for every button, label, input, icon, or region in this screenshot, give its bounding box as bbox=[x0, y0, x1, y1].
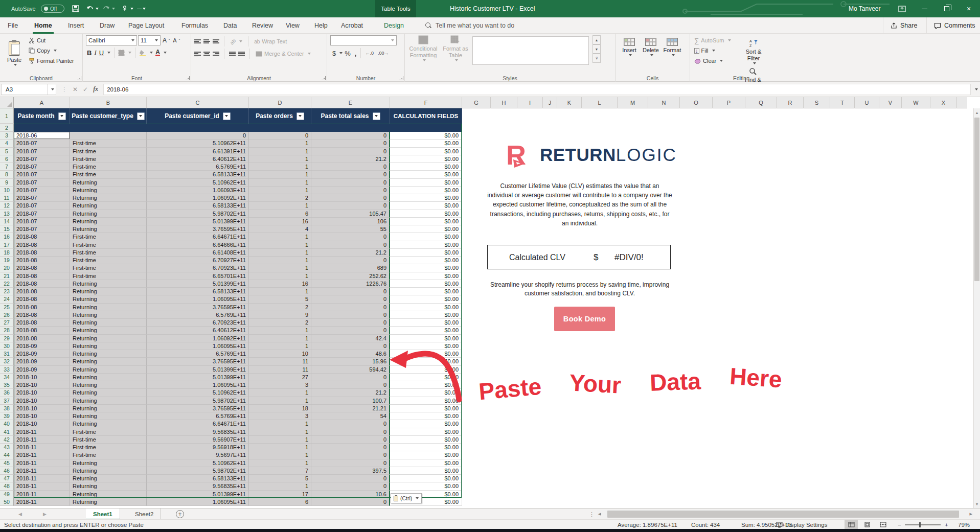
column-letter-U[interactable]: U bbox=[855, 97, 879, 108]
cell-F15[interactable]: $0.00 bbox=[390, 225, 462, 233]
align-right-icon[interactable] bbox=[213, 51, 219, 57]
formula-input[interactable]: 2018-06 bbox=[103, 84, 971, 95]
row-header-6[interactable]: 6 bbox=[0, 155, 14, 163]
font-color-button[interactable]: A bbox=[154, 48, 168, 58]
zoom-slider[interactable] bbox=[905, 520, 941, 529]
tab-data[interactable]: Data bbox=[222, 17, 238, 34]
redo-button[interactable] bbox=[102, 0, 115, 17]
cell-C6[interactable]: 6.40612E+11 bbox=[147, 155, 249, 163]
horizontal-scrollbar[interactable]: ◀ ▶ bbox=[597, 510, 973, 518]
column-letter-X[interactable]: X bbox=[930, 97, 957, 108]
cell-A10[interactable]: 2018-07 bbox=[14, 187, 70, 194]
tab-help[interactable]: Help bbox=[313, 17, 329, 34]
align-top-icon[interactable] bbox=[194, 39, 201, 44]
vertical-scroll-thumb[interactable] bbox=[974, 118, 979, 281]
cell-C50[interactable]: 1.06095E+11 bbox=[147, 498, 249, 506]
cell-D14[interactable]: 16 bbox=[249, 218, 311, 225]
cell-C26[interactable]: 6.5769E+11 bbox=[147, 311, 249, 319]
row-header-22[interactable]: 22 bbox=[0, 280, 14, 288]
cell-A5[interactable]: 2018-07 bbox=[14, 148, 70, 155]
cell-F8[interactable]: $0.00 bbox=[390, 171, 462, 178]
cell-E12[interactable]: 0 bbox=[311, 202, 390, 210]
cell-F16[interactable]: $0.00 bbox=[390, 233, 462, 241]
number-format-select[interactable] bbox=[330, 35, 397, 45]
cell-F21[interactable]: $0.00 bbox=[390, 272, 462, 280]
cell-A3[interactable]: 2018-06 bbox=[14, 132, 70, 140]
increase-font-button[interactable]: Aˆ bbox=[162, 35, 171, 45]
column-letter-Y[interactable]: Y bbox=[957, 97, 967, 108]
cell-A9[interactable]: 2018-07 bbox=[14, 179, 70, 187]
cell-E18[interactable]: 21.2 bbox=[311, 249, 390, 257]
cell-A6[interactable]: 2018-07 bbox=[14, 155, 70, 163]
cell-B43[interactable]: First-time bbox=[70, 444, 147, 451]
cell-B36[interactable]: Returning bbox=[70, 389, 147, 397]
cell-C35[interactable]: 1.06095E+11 bbox=[147, 381, 249, 389]
cell-C46[interactable]: 5.98702E+11 bbox=[147, 467, 249, 475]
cell-B33[interactable]: Returning bbox=[70, 366, 147, 374]
filter-button[interactable] bbox=[373, 112, 380, 120]
book-demo-button[interactable]: Book Demo bbox=[554, 307, 615, 331]
cell-B42[interactable]: First-time bbox=[70, 436, 147, 444]
cell-D32[interactable]: 11 bbox=[249, 358, 311, 365]
row-header-16[interactable]: 16 bbox=[0, 233, 14, 241]
cell-C14[interactable]: 5.01399E+11 bbox=[147, 218, 249, 225]
cell-B14[interactable]: Returning bbox=[70, 218, 147, 225]
name-box[interactable]: A3 bbox=[1, 84, 48, 95]
column-letter-M[interactable]: M bbox=[618, 97, 648, 108]
horizontal-scroll-thumb[interactable] bbox=[607, 511, 959, 518]
cell-D11[interactable]: 2 bbox=[249, 194, 311, 202]
cell-E15[interactable]: 55 bbox=[311, 225, 390, 233]
cell-E9[interactable]: 0 bbox=[311, 179, 390, 187]
cell-F23[interactable]: $0.00 bbox=[390, 288, 462, 295]
row-header-25[interactable]: 25 bbox=[0, 304, 14, 311]
cell-B22[interactable]: Returning bbox=[70, 280, 147, 288]
cell-C19[interactable]: 6.70927E+11 bbox=[147, 257, 249, 264]
cell-D25[interactable]: 2 bbox=[249, 304, 311, 311]
cell-C29[interactable]: 1.06092E+11 bbox=[147, 335, 249, 342]
cell-C38[interactable]: 3.76595E+11 bbox=[147, 405, 249, 412]
cell-F14[interactable]: $0.00 bbox=[390, 218, 462, 225]
cell-E8[interactable]: 0 bbox=[311, 171, 390, 178]
cell-F29[interactable]: $0.00 bbox=[390, 335, 462, 342]
column-letter-R[interactable]: R bbox=[777, 97, 804, 108]
cell-B34[interactable]: Returning bbox=[70, 374, 147, 381]
cell-F17[interactable]: $0.00 bbox=[390, 241, 462, 249]
column-letter-D[interactable]: D bbox=[249, 97, 311, 108]
row-header-48[interactable]: 48 bbox=[0, 482, 14, 490]
cell-A14[interactable]: 2018-07 bbox=[14, 218, 70, 225]
cell-C36[interactable]: 5.10962E+11 bbox=[147, 389, 249, 397]
undo-button[interactable] bbox=[86, 0, 99, 17]
zoom-out-button[interactable]: − bbox=[898, 520, 901, 529]
cell-F26[interactable]: $0.00 bbox=[390, 311, 462, 319]
cell-A50[interactable]: 2018-11 bbox=[14, 498, 70, 506]
cell-A45[interactable]: 2018-11 bbox=[14, 459, 70, 467]
cell-F28[interactable]: $0.00 bbox=[390, 327, 462, 334]
cell-A17[interactable]: 2018-08 bbox=[14, 241, 70, 249]
cell-C39[interactable]: 6.5769E+11 bbox=[147, 412, 249, 420]
scroll-down-arrow[interactable]: ▼ bbox=[974, 500, 980, 508]
cell-D39[interactable]: 3 bbox=[249, 412, 311, 420]
fill-color-button[interactable] bbox=[138, 48, 154, 58]
column-letter-T[interactable]: T bbox=[830, 97, 855, 108]
cell-E46[interactable]: 397.5 bbox=[311, 467, 390, 475]
cell-A22[interactable]: 2018-08 bbox=[14, 280, 70, 288]
cell-D30[interactable]: 1 bbox=[249, 342, 311, 350]
cell-F42[interactable]: $0.00 bbox=[390, 436, 462, 444]
row-header-21[interactable]: 21 bbox=[0, 272, 14, 280]
cell-A26[interactable]: 2018-08 bbox=[14, 311, 70, 319]
cell-B45[interactable]: Returning bbox=[70, 459, 147, 467]
cell-C24[interactable]: 1.06095E+11 bbox=[147, 295, 249, 303]
cell-E17[interactable]: 0 bbox=[311, 241, 390, 249]
cell-D50[interactable]: 6 bbox=[249, 498, 311, 506]
row-header-42[interactable]: 42 bbox=[0, 436, 14, 444]
row-header-4[interactable]: 4 bbox=[0, 140, 14, 147]
cell-D3[interactable]: 0 bbox=[249, 132, 311, 140]
cell-F20[interactable]: $0.00 bbox=[390, 264, 462, 272]
cell-E41[interactable]: 0 bbox=[311, 428, 390, 436]
cell-D22[interactable]: 16 bbox=[249, 280, 311, 288]
borders-button[interactable] bbox=[117, 48, 132, 58]
cell-C12[interactable]: 6.58133E+11 bbox=[147, 202, 249, 210]
row-header-30[interactable]: 30 bbox=[0, 342, 14, 350]
cell-A38[interactable]: 2018-10 bbox=[14, 405, 70, 412]
cell-B10[interactable]: Returning bbox=[70, 187, 147, 194]
